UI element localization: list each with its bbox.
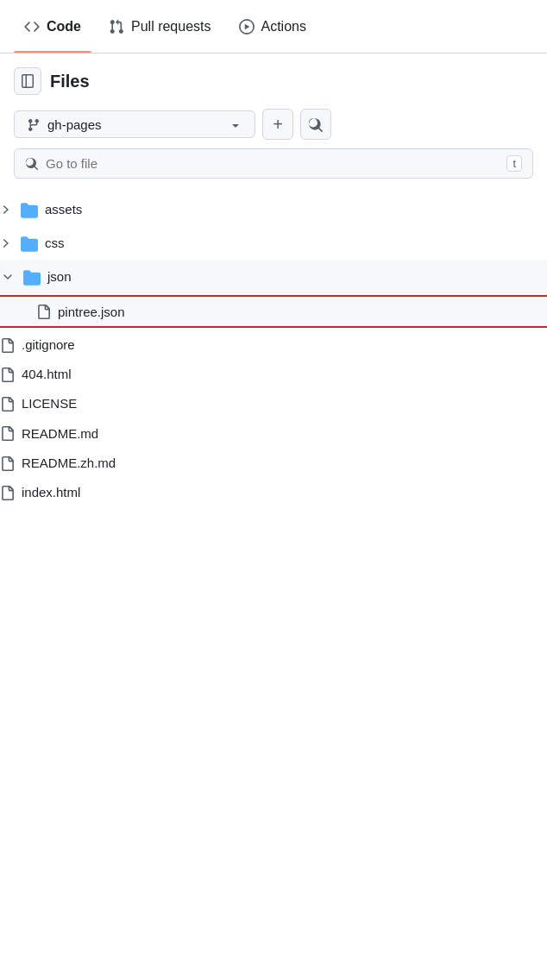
code-icon — [24, 18, 40, 34]
file-tree: assets css json — [0, 192, 547, 507]
readme-zh-file-icon — [0, 455, 15, 470]
pull-requests-label: Pull requests — [131, 19, 211, 35]
tree-item-pintree-json[interactable]: pintree.json — [0, 295, 547, 328]
readme-zh-label: README.zh.md — [22, 455, 116, 470]
tree-item-readme[interactable]: README.md — [0, 418, 547, 448]
files-title: Files — [50, 72, 90, 91]
json-chevron-icon — [3, 271, 16, 283]
readme-file-icon — [0, 425, 15, 441]
branch-chevron-icon — [229, 116, 242, 132]
gitignore-label: .gitignore — [22, 337, 75, 352]
branch-selector[interactable]: gh-pages — [14, 110, 255, 138]
code-label: Code — [47, 19, 81, 35]
actions-label: Actions — [261, 19, 306, 35]
search-shortcut-badge: t — [506, 155, 522, 172]
tree-item-css[interactable]: css — [0, 226, 547, 260]
css-folder-icon — [21, 233, 38, 253]
tree-item-license[interactable]: LICENSE — [0, 389, 547, 418]
nav-actions[interactable]: Actions — [229, 0, 317, 53]
goto-file-input[interactable] — [46, 156, 500, 171]
nav-code[interactable]: Code — [14, 0, 91, 53]
tree-item-json[interactable]: json — [0, 260, 547, 293]
tree-item-readme-zh[interactable]: README.zh.md — [0, 448, 547, 477]
search-icon — [308, 116, 324, 134]
404html-file-icon — [0, 367, 15, 382]
search-button[interactable] — [300, 109, 331, 140]
files-header: Files — [14, 67, 533, 95]
gitignore-file-icon — [0, 336, 15, 352]
license-file-icon — [0, 396, 15, 411]
add-file-button[interactable]: + — [262, 109, 293, 140]
css-label: css — [45, 236, 65, 250]
index-html-file-icon — [0, 485, 15, 500]
files-panel: Files gh-pages + — [0, 53, 547, 179]
tree-item-assets[interactable]: assets — [0, 192, 547, 226]
branch-name: gh-pages — [47, 117, 102, 132]
license-label: LICENSE — [22, 396, 77, 411]
css-chevron-icon — [0, 237, 14, 249]
nav-pull-requests[interactable]: Pull requests — [98, 0, 222, 53]
assets-folder-icon — [21, 199, 38, 219]
readme-label: README.md — [22, 426, 98, 441]
json-label: json — [47, 269, 72, 284]
branch-icon — [27, 116, 41, 132]
panel-toggle-icon[interactable] — [14, 67, 41, 95]
tree-item-gitignore[interactable]: .gitignore — [0, 330, 547, 359]
assets-chevron-icon — [0, 204, 14, 216]
branch-row: gh-pages + — [14, 109, 533, 140]
json-folder-icon — [23, 267, 41, 286]
index-html-label: index.html — [22, 485, 80, 499]
goto-search-icon — [25, 156, 39, 172]
404html-label: 404.html — [22, 367, 72, 381]
pintree-json-label: pintree.json — [58, 305, 125, 319]
top-nav: Code Pull requests Actions — [0, 0, 547, 53]
goto-file-bar[interactable]: t — [14, 148, 533, 179]
tree-item-404html[interactable]: 404.html — [0, 360, 547, 389]
plus-icon: + — [273, 115, 283, 135]
assets-label: assets — [45, 202, 82, 217]
tree-item-index-html[interactable]: index.html — [0, 478, 547, 507]
actions-icon — [239, 18, 255, 35]
pull-requests-icon — [109, 18, 124, 35]
pintree-json-file-icon — [36, 304, 51, 319]
